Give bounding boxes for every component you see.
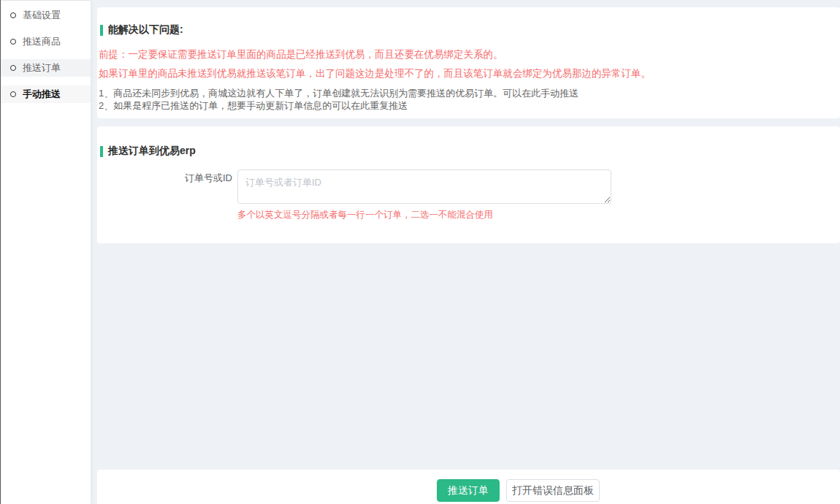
sidebar-item-push-orders[interactable]: 推送订单 (0, 59, 91, 77)
window-left-border (0, 0, 1, 504)
sidebar-item-manual-push[interactable]: 手动推送 (0, 85, 91, 103)
sidebar-item-basic-settings[interactable]: 基础设置 (0, 7, 91, 24)
radio-circle-icon (10, 12, 16, 18)
section-title-text: 推送订单到优易erp (108, 145, 196, 158)
action-footer: 推送订单 打开错误信息面板 (97, 470, 840, 504)
open-error-panel-button[interactable]: 打开错误信息面板 (506, 479, 600, 502)
push-order-form-card: 推送订单到优易erp 订单号或ID 多个以英文逗号分隔或者每一行一个订单，二选一… (97, 126, 840, 243)
sidebar-item-label: 基础设置 (23, 9, 61, 22)
order-id-input[interactable] (237, 169, 611, 204)
note-text: 1、商品还未同步到优易，商城这边就有人下单了，订单创建就无法识别为需要推送的优易… (99, 87, 579, 100)
order-id-label: 订单号或ID (97, 172, 232, 184)
push-order-button[interactable]: 推送订单 (437, 479, 500, 502)
green-accent-bar (100, 25, 103, 36)
section-title-text: 能解决以下问题: (108, 23, 183, 37)
sidebar-item-push-products[interactable]: 推送商品 (0, 33, 91, 50)
sidebar-item-label: 手动推送 (23, 88, 61, 101)
section-title: 推送订单到优易erp (100, 145, 196, 158)
sidebar-item-label: 推送订单 (23, 61, 61, 75)
input-helper-text: 多个以英文逗号分隔或者每一行一个订单，二选一不能混合使用 (237, 209, 493, 221)
problem-description-card: 能解决以下问题: 前提：一定要保证需要推送订单里面的商品是已经推送到优易，而且还… (97, 7, 840, 118)
green-accent-bar (100, 146, 103, 157)
settings-sidebar: 基础设置 推送商品 推送订单 手动推送 (0, 0, 91, 504)
warning-text: 如果订单里的商品未推送到优易就推送该笔订单，出了问题这边是处理不了的，而且该笔订… (99, 67, 651, 80)
radio-circle-icon (10, 65, 16, 71)
radio-circle-icon (10, 91, 16, 97)
sidebar-item-label: 推送商品 (23, 35, 61, 48)
section-title: 能解决以下问题: (100, 23, 183, 37)
note-text: 2、如果是程序已推送的订单，想要手动更新订单信息的可以在此重复推送 (99, 99, 408, 112)
radio-circle-icon (10, 39, 16, 45)
warning-text: 前提：一定要保证需要推送订单里面的商品是已经推送到优易，而且还要在优易绑定关系的… (99, 48, 503, 61)
